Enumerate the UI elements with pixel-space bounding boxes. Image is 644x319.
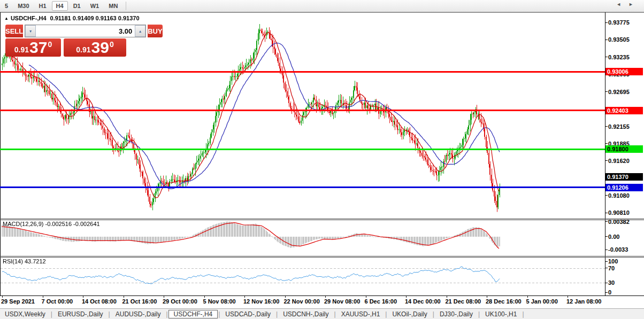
price-tick-label: 0.93775 (608, 19, 642, 26)
date-tick-mark (527, 295, 528, 298)
volume-input[interactable] (36, 25, 135, 37)
date-tick-mark (447, 295, 447, 298)
rsi-tick-label: 30 (608, 279, 642, 286)
chart-tab-dj30-daily[interactable]: DJ30-,Daily (435, 310, 478, 318)
timeframe-5[interactable]: 5 (1, 1, 12, 11)
sell-button[interactable]: SELL (5, 25, 23, 37)
date-label: 22 Nov 00:00 (284, 298, 320, 305)
chart-bottom-border (0, 295, 644, 296)
macd-tick-mark (605, 236, 608, 237)
chart-symbol-label: USDCHF-,H4 (11, 15, 47, 21)
timeframe-h4[interactable]: H4 (52, 1, 68, 11)
date-tick-mark (568, 295, 568, 298)
chart-tab-ukoil-daily[interactable]: UKOil-,Daily (387, 310, 432, 318)
chart-ohlc-values: 0.91181 0.91409 0.91163 0.91370 (50, 15, 140, 21)
date-label: 5 Jan 00:00 (526, 298, 558, 305)
date-tick-mark (83, 295, 83, 298)
date-label: 6 Dec 16:00 (365, 298, 397, 305)
sell-price-main: 37 (29, 40, 47, 56)
tab-scroll-right-icon[interactable]: ► (628, 2, 641, 7)
chart-tab-audusd-daily[interactable]: AUDUSD-,Daily (111, 310, 166, 318)
toolbar-separator (126, 2, 126, 10)
buy-price-main: 39 (91, 40, 109, 56)
date-label: 21 Dec 08:00 (446, 298, 481, 305)
chart-tab-usdcad-daily[interactable]: USDCAD-,Daily (220, 310, 275, 318)
sell-price-button[interactable]: 0.91 37 0 (5, 38, 61, 57)
date-tick-mark (406, 295, 407, 298)
volume-increase-icon[interactable]: ▲ (135, 25, 145, 37)
buy-price-prefix: 0.91 (76, 45, 90, 54)
rsi-tick-mark (605, 261, 608, 262)
chart-tab-eurusd-daily[interactable]: EURUSD-,Daily (53, 310, 108, 318)
price-tick-label: 0.90810 (608, 209, 642, 216)
date-label: 5 Nov 08:00 (203, 298, 236, 305)
date-tick-mark (204, 295, 205, 298)
date-tick-mark (124, 295, 124, 298)
macd-tick-label: 0.00382 (608, 218, 642, 225)
collapse-triangle-icon[interactable]: ▲ (4, 16, 9, 21)
hline-pivot-green[interactable] (0, 149, 605, 150)
timeframe-w1[interactable]: W1 (86, 1, 104, 11)
chart-tab-usdx-weekly[interactable]: USDX,Weekly (0, 310, 50, 318)
date-tick-mark (244, 295, 245, 298)
price-tick-mark (605, 126, 608, 127)
macd-tick-mark (605, 250, 608, 250)
date-tick-mark (325, 295, 326, 298)
rsi-label: RSI(14) 43.7212 (3, 258, 46, 264)
price-axis-border (605, 12, 605, 295)
hline-support-blue[interactable] (0, 186, 605, 188)
tab-scroll-left-icon[interactable]: ◄ (616, 2, 628, 7)
date-tick-mark (366, 295, 366, 298)
price-tick-mark (605, 57, 608, 57)
panel-separator (0, 257, 644, 258)
date-label: 21 Oct 16:00 (122, 298, 157, 305)
timeframe-d1[interactable]: D1 (69, 1, 85, 11)
chart-tab-usdchf-h4[interactable]: USDCHF-,H4 (168, 310, 218, 318)
sell-price-sup: 0 (48, 40, 52, 49)
chart-tab-uk100-h1[interactable]: UK100-,H1 (480, 310, 522, 318)
panel-separator (0, 220, 644, 220)
price-tick-mark (605, 160, 608, 161)
rsi-tick-mark (605, 292, 608, 293)
date-label: 29 Nov 08:00 (324, 298, 360, 305)
date-tick-mark (164, 295, 164, 298)
price-tick-label: 0.91080 (608, 192, 642, 199)
price-tick-mark (605, 22, 608, 23)
chart-top-border (0, 12, 644, 13)
date-label: 28 Dec 16:00 (486, 298, 522, 305)
rsi-tick-mark (605, 283, 608, 283)
date-label: 14 Oct 08:00 (82, 298, 117, 305)
price-tick-mark (605, 91, 608, 92)
chart-tab-xauusd-h1[interactable]: XAUUSD-,H1 (336, 310, 385, 318)
date-tick-mark (2, 295, 3, 298)
tab-separator: | (522, 310, 524, 318)
date-tick-mark (487, 295, 487, 298)
price-tick-label: 0.92155 (608, 123, 642, 130)
macd-tick-mark (605, 221, 608, 222)
date-label: 7 Oct 00:00 (42, 298, 73, 305)
timeframe-mn[interactable]: MN (104, 1, 122, 11)
macd-tick-label: 0.00 (608, 233, 642, 240)
mt4-window: 5M30H1H4D1W1MN ▲USDCHF-,H40.91181 0.9140… (0, 0, 644, 319)
timeframe-h1[interactable]: H1 (35, 1, 51, 11)
volume-decrease-icon[interactable]: ▼ (25, 25, 36, 37)
price-tick-mark (605, 195, 608, 196)
price-label-resistance-lower: 0.92403 (605, 107, 643, 114)
price-label-current-price: 0.91370 (605, 173, 643, 181)
rsi-tick-mark (605, 268, 608, 268)
chart-left-border (0, 12, 1, 295)
buy-price-button[interactable]: 0.91 39 0 (64, 38, 126, 57)
buy-button[interactable]: BUY (148, 25, 162, 37)
one-click-trading-panel: SELL ▼ ▲ BUY 0.91 37 0 0.91 39 0 (5, 25, 126, 57)
date-label: 14 Dec 00:00 (405, 298, 441, 305)
macd-label: MACD(12,26,9) -0.002516 -0.002641 (3, 221, 100, 227)
timeframe-m30[interactable]: M30 (13, 1, 33, 11)
hline-resistance-upper[interactable] (0, 71, 605, 73)
volume-stepper: ▼ ▲ (25, 25, 146, 37)
price-label-pivot-green: 0.91800 (605, 145, 643, 153)
rsi-panel-canvas[interactable] (1, 258, 605, 295)
buy-price-sup: 0 (110, 40, 114, 49)
chart-tab-usdcnh-daily[interactable]: USDCNH-,Daily (278, 310, 333, 318)
hline-resistance-lower[interactable] (0, 110, 605, 111)
date-tick-mark (285, 295, 286, 298)
